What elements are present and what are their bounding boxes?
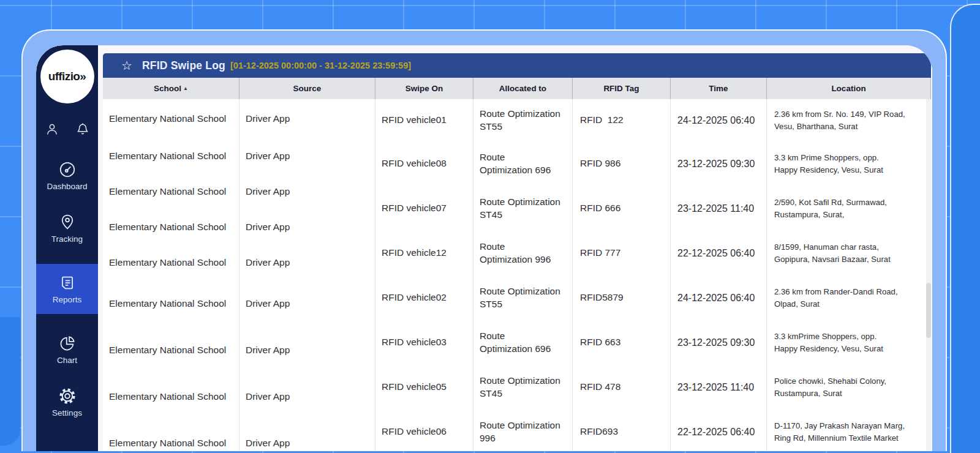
column-header-location[interactable]: Location — [767, 78, 931, 99]
cell-swipe_on: RFID vehicle03 — [375, 320, 473, 365]
sidebar-item-settings[interactable]: Settings — [36, 385, 98, 419]
column-header-time[interactable]: Time — [671, 78, 767, 99]
column-header-label: RFID Tag — [603, 84, 639, 93]
cell-school: Elementary National School — [103, 174, 239, 209]
cell-rfid_tag: RFID5879 — [573, 275, 671, 320]
cell-source: Driver App — [239, 209, 375, 245]
cell-allocated_to: Route Optimization ST55 — [473, 99, 573, 141]
table-scrollbar-thumb[interactable] — [926, 283, 931, 338]
cell-location: 2/590, Kot Safil Rd, Surmawad, Rustampur… — [767, 186, 931, 231]
cell-rfid_tag: RFID 986 — [573, 141, 671, 186]
cell-allocated_to: Route Optimization 696 — [473, 141, 573, 186]
column-cells-allocated_to: Route Optimization ST55Route Optimizatio… — [473, 99, 573, 451]
column-header-allocated_to[interactable]: Allocated to — [473, 78, 573, 99]
cell-source: Driver App — [239, 138, 375, 174]
report-title: RFID Swipe Log — [142, 59, 225, 72]
cell-source: Driver App — [239, 245, 375, 280]
sidebar-item-label: Dashboard — [47, 182, 87, 191]
speedometer-icon — [58, 160, 77, 179]
column-header-source[interactable]: Source — [239, 78, 375, 99]
column-cells-rfid_tag: RFID 122RFID 986RFID 666RFID 777RFID5879… — [573, 99, 671, 451]
report-header: ☆ RFID Swipe Log [01-12-2025 00:00:00 - … — [103, 53, 931, 78]
cell-location: 8/1599, Hanuman char rasta, Gopipura, Na… — [767, 231, 931, 275]
column-school: School▲Elementary National SchoolElement… — [103, 78, 239, 451]
cell-school: Elementary National School — [103, 245, 239, 280]
cell-rfid_tag: RFID 777 — [573, 231, 671, 275]
column-cells-location: 2.36 km from Sr. No. 149, VIP Road, Vesu… — [767, 99, 931, 451]
column-source: SourceDriver AppDriver AppDriver AppDriv… — [239, 78, 375, 451]
logo-text: uffizio» — [48, 70, 86, 83]
cell-time: 23-12-2025 11:40 — [671, 186, 767, 231]
cell-source: Driver App — [239, 327, 375, 373]
cell-rfid_tag: RFID 478 — [573, 365, 671, 410]
sidebar-item-reports[interactable]: Reports — [36, 264, 98, 314]
column-header-label: Location — [831, 84, 865, 93]
sidebar-item-chart[interactable]: Chart — [36, 332, 98, 367]
report-doc-icon — [58, 274, 77, 292]
table-scrollbar[interactable] — [926, 99, 931, 451]
cell-location: 2.36 km from Rander-Dandi Road, Olpad, S… — [767, 275, 931, 320]
cell-school: Elementary National School — [103, 99, 239, 138]
cell-time: 23-12-2025 11:40 — [671, 365, 767, 410]
cell-swipe_on: RFID vehicle06 — [375, 410, 473, 451]
notifications-bell-icon[interactable] — [75, 122, 90, 137]
gear-icon — [58, 387, 77, 405]
column-header-label: Swipe On — [405, 84, 443, 93]
app-window: uffizio» — [21, 29, 947, 451]
column-header-label: Time — [709, 84, 728, 93]
cell-rfid_tag: RFID 663 — [573, 320, 671, 365]
sidebar-item-label: Settings — [52, 408, 82, 417]
cell-source: Driver App — [239, 174, 375, 209]
column-allocated_to: Allocated toRoute Optimization ST55Route… — [473, 78, 573, 451]
cell-allocated_to: Route Optimization ST45 — [473, 186, 573, 231]
cell-allocated_to: Route Optimization 696 — [473, 320, 573, 365]
sidebar-top-icons — [45, 122, 90, 137]
cell-school: Elementary National School — [103, 373, 239, 420]
column-header-label: Allocated to — [499, 84, 546, 93]
column-cells-source: Driver AppDriver AppDriver AppDriver App… — [239, 99, 375, 451]
cell-location: 3.3 kmPrime Shoppers, opp. Happy Residen… — [767, 320, 931, 365]
column-header-label: School — [154, 84, 181, 93]
app-logo[interactable]: uffizio» — [40, 50, 94, 103]
sidebar-menu: Dashboard Tracking Reports — [36, 159, 98, 419]
cell-time: 23-12-2025 09:30 — [671, 320, 767, 365]
cell-school: Elementary National School — [103, 420, 239, 451]
sidebar-item-label: Tracking — [51, 234, 83, 244]
cell-source: Driver App — [239, 99, 375, 138]
cell-location: 2.36 km from Sr. No. 149, VIP Road, Vesu… — [767, 99, 931, 141]
star-favorite-icon[interactable]: ☆ — [121, 59, 135, 72]
column-cells-swipe_on: RFID vehicle01RFID vehicle08RFID vehicle… — [375, 99, 473, 451]
background-deco-panel-right — [950, 4, 980, 453]
background-deco-panel-bottom-left — [0, 317, 20, 446]
column-rfid_tag: RFID TagRFID 122RFID 986RFID 666RFID 777… — [573, 78, 671, 451]
cell-allocated_to: Route Optimization ST45 — [473, 365, 573, 410]
sidebar: uffizio» — [36, 45, 98, 451]
column-header-swipe_on[interactable]: Swipe On — [375, 78, 473, 99]
column-header-school[interactable]: School▲ — [103, 78, 239, 99]
sidebar-item-tracking[interactable]: Tracking — [36, 211, 98, 245]
column-cells-school: Elementary National SchoolElementary Nat… — [103, 99, 239, 451]
report-date-range[interactable]: [01-12-2025 00:00:00 - 31-12-2025 23:59:… — [230, 61, 411, 70]
column-header-rfid_tag[interactable]: RFID Tag — [573, 78, 671, 99]
report-widget: ☆ RFID Swipe Log [01-12-2025 00:00:00 - … — [103, 53, 931, 451]
cell-rfid_tag: RFID 666 — [573, 186, 671, 231]
user-icon[interactable] — [45, 122, 59, 137]
column-swipe_on: Swipe OnRFID vehicle01RFID vehicle08RFID… — [375, 78, 473, 451]
cell-school: Elementary National School — [103, 327, 239, 373]
cell-time: 24-12-2025 06:40 — [671, 99, 767, 141]
column-time: Time24-12-2025 06:4023-12-2025 09:3023-1… — [671, 78, 767, 451]
cell-swipe_on: RFID vehicle01 — [375, 99, 473, 141]
cell-school: Elementary National School — [103, 209, 239, 245]
sidebar-item-label: Reports — [53, 295, 81, 304]
rfid-swipe-log-table: School▲Elementary National SchoolElement… — [103, 78, 931, 451]
content-area: ☆ RFID Swipe Log [01-12-2025 00:00:00 - … — [98, 45, 932, 451]
cell-school: Elementary National School — [103, 280, 239, 327]
cell-location: D-1170, Jay Prakash Narayan Marg, Ring R… — [767, 410, 931, 451]
cell-swipe_on: RFID vehicle02 — [375, 275, 473, 320]
cell-rfid_tag: RFID693 — [573, 410, 671, 451]
cell-source: Driver App — [239, 280, 375, 327]
cell-allocated_to: Route Optimization 996 — [473, 231, 573, 275]
sidebar-item-dashboard[interactable]: Dashboard — [36, 159, 98, 193]
cell-swipe_on: RFID vehicle05 — [375, 365, 473, 410]
cell-allocated_to: Route Optimization 996 — [473, 410, 573, 451]
